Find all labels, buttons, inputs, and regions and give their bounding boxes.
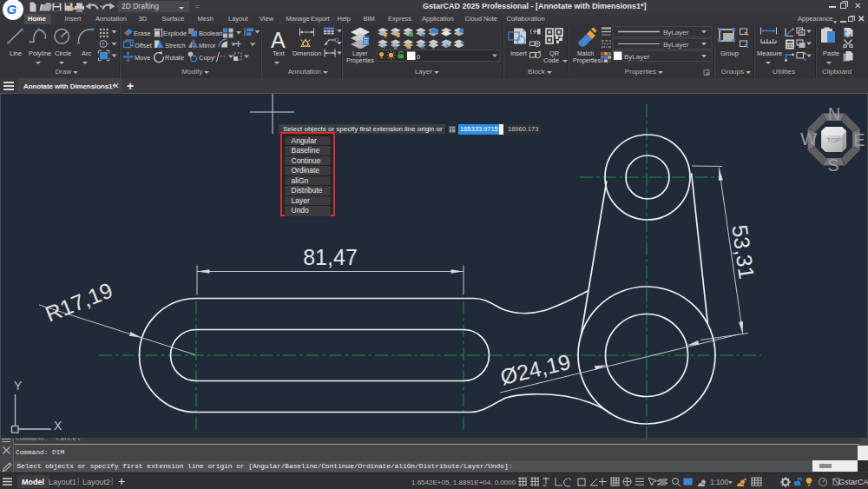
- svg-text:R17,19: R17,19: [42, 277, 115, 326]
- svg-text:1:100: 1:100: [710, 478, 729, 486]
- svg-text:N: N: [828, 104, 840, 123]
- svg-text:TOP: TOP: [826, 136, 840, 144]
- svg-text:E: E: [853, 130, 865, 149]
- svg-text:S: S: [827, 155, 838, 175]
- svg-text:53,31: 53,31: [727, 223, 759, 281]
- svg-text:81,47: 81,47: [303, 245, 358, 269]
- svg-text:Y: Y: [14, 379, 23, 393]
- svg-text:X: X: [54, 419, 62, 433]
- svg-text:W: W: [800, 129, 817, 149]
- svg-text:B: B: [800, 30, 804, 36]
